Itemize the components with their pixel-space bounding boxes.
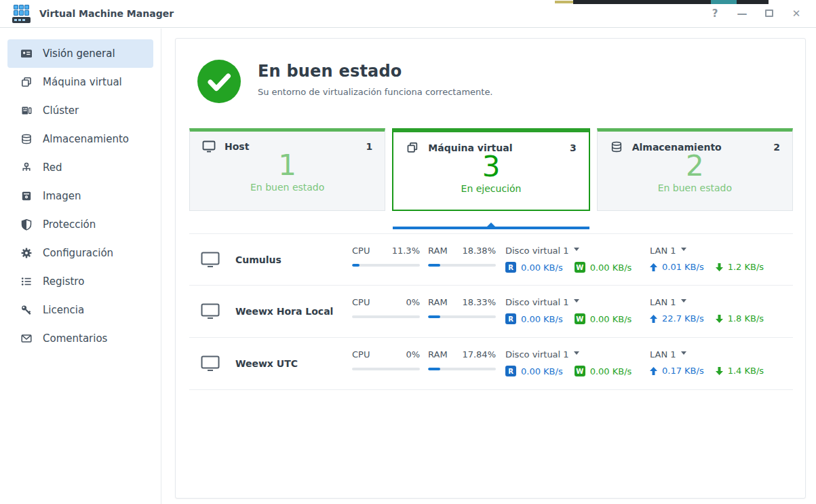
vm-row-cumulus[interactable]: Cumulus CPU11.3% RAM18.38% Disco virtual… xyxy=(189,233,793,286)
chevron-down-icon xyxy=(574,299,579,303)
envelope-icon xyxy=(20,332,33,345)
write-value: 0.00 KB/s xyxy=(590,366,632,376)
download-arrow-icon xyxy=(716,315,723,323)
cpu-value: 11.3% xyxy=(392,246,420,256)
shield-icon xyxy=(20,218,33,231)
ram-value: 18.38% xyxy=(462,246,496,256)
ram-progressbar xyxy=(428,315,496,318)
help-icon[interactable]: ? xyxy=(709,9,721,19)
status-subtitle: Su entorno de virtualización funciona co… xyxy=(258,87,493,97)
read-badge: R xyxy=(505,366,516,376)
vm-monitor-icon xyxy=(201,303,220,319)
lan-dropdown[interactable]: LAN 1 xyxy=(650,246,802,256)
cpu-progressbar xyxy=(352,264,420,267)
sidebar-item-cluster[interactable]: Clúster xyxy=(7,96,153,125)
sidebar-item-red[interactable]: Red xyxy=(7,153,153,182)
sidebar-item-almacenamiento[interactable]: Almacenamiento xyxy=(7,125,153,153)
card-almacenamiento[interactable]: Almacenamiento 2 2 En buen estado xyxy=(597,128,793,211)
read-badge: R xyxy=(505,262,516,273)
read-badge: R xyxy=(505,313,516,324)
sidebar-item-maquina-virtual[interactable]: Máquina virtual xyxy=(7,68,153,96)
sidebar-item-imagen[interactable]: Imagen xyxy=(7,182,153,210)
monitor-icon xyxy=(202,140,216,153)
ram-progressbar xyxy=(428,264,496,267)
minimize-icon[interactable]: — xyxy=(736,9,748,19)
overview-icon xyxy=(20,47,33,60)
maximize-icon[interactable] xyxy=(763,9,775,19)
card-status: En buen estado xyxy=(190,182,385,193)
sidebar-item-configuracion[interactable]: Configuración xyxy=(7,239,153,267)
disk-stat: Disco virtual 1 R 0.00 KB/s W 0.00 KB/s xyxy=(505,297,644,324)
card-title: Host xyxy=(225,141,249,152)
lan-stat: LAN 1 0.17 KB/s 1.4 KB/s xyxy=(650,349,802,376)
lan-stat: LAN 1 22.7 KB/s 1.8 KB/s xyxy=(650,297,802,324)
card-number: 3 xyxy=(393,151,588,182)
sidebar-item-proteccion[interactable]: Protección xyxy=(7,210,153,239)
write-badge: W xyxy=(575,313,585,324)
storage-icon xyxy=(20,133,33,145)
sidebar-item-licencia[interactable]: Licencia xyxy=(7,296,153,324)
vm-name: Weewx Hora Local xyxy=(235,306,333,317)
card-title: Almacenamiento xyxy=(632,142,722,153)
cpu-stat: CPU0% xyxy=(352,349,420,370)
sidebar-item-label: Comentarios xyxy=(43,332,107,345)
upload-arrow-icon xyxy=(650,263,657,271)
sidebar: Visión general Máquina virtual Clúster A… xyxy=(0,28,161,504)
summary-cards: Host 1 1 En buen estado Máquina virtual … xyxy=(189,128,793,211)
virtual-machine-icon xyxy=(406,141,419,154)
disk-dropdown[interactable]: Disco virtual 1 xyxy=(505,246,644,256)
cpu-stat: CPU0% xyxy=(352,297,420,318)
key-icon xyxy=(20,304,33,316)
write-value: 0.00 KB/s xyxy=(590,263,632,273)
sidebar-item-label: Licencia xyxy=(43,304,84,316)
ram-stat: RAM18.38% xyxy=(428,246,496,267)
disk-dropdown[interactable]: Disco virtual 1 xyxy=(505,297,644,307)
sidebar-item-vision-general[interactable]: Visión general xyxy=(7,39,153,68)
upload-value: 0.01 KB/s xyxy=(662,262,704,272)
vm-row-weewx-utc[interactable]: Weewx UTC CPU0% RAM17.84% Disco virtual … xyxy=(189,338,793,390)
ram-value: 17.84% xyxy=(462,349,496,360)
log-list-icon xyxy=(20,275,33,288)
vm-row-weewx-hora-local[interactable]: Weewx Hora Local CPU0% RAM18.33% Disco v… xyxy=(189,286,793,338)
card-maquina-virtual[interactable]: Máquina virtual 3 3 En ejecución xyxy=(392,128,589,211)
virtual-machine-icon xyxy=(20,76,33,88)
ram-label: RAM xyxy=(428,349,448,360)
disk-dropdown[interactable]: Disco virtual 1 xyxy=(505,349,644,360)
image-icon xyxy=(20,190,33,202)
read-value: 0.00 KB/s xyxy=(521,314,563,324)
write-badge: W xyxy=(575,366,585,376)
write-badge: W xyxy=(575,262,585,273)
ram-value: 18.33% xyxy=(462,297,496,307)
read-value: 0.00 KB/s xyxy=(521,263,563,273)
upload-value: 22.7 KB/s xyxy=(662,313,704,324)
write-value: 0.00 KB/s xyxy=(590,314,632,324)
download-value: 1.2 KB/s xyxy=(728,262,764,272)
disk-stat: Disco virtual 1 R 0.00 KB/s W 0.00 KB/s xyxy=(505,349,644,376)
chevron-down-icon xyxy=(681,351,686,355)
sidebar-item-label: Máquina virtual xyxy=(43,76,122,88)
vm-monitor-icon xyxy=(201,355,220,372)
chevron-down-icon xyxy=(681,299,686,303)
lan-dropdown[interactable]: LAN 1 xyxy=(650,297,802,307)
vm-table: Cumulus CPU11.3% RAM18.38% Disco virtual… xyxy=(189,233,793,390)
ram-progressbar xyxy=(428,368,496,370)
upload-value: 0.17 KB/s xyxy=(662,366,704,376)
status-title: En buen estado xyxy=(258,62,493,81)
close-icon[interactable]: ✕ xyxy=(790,9,802,19)
storage-icon xyxy=(610,140,623,153)
sidebar-item-comentarios[interactable]: Comentarios xyxy=(7,324,153,353)
cpu-value: 0% xyxy=(406,297,420,307)
card-status: En buen estado xyxy=(598,182,792,193)
gear-icon xyxy=(20,247,33,259)
disk-stat: Disco virtual 1 R 0.00 KB/s W 0.00 KB/s xyxy=(505,246,644,273)
window-title: Virtual Machine Manager xyxy=(39,8,174,19)
lan-dropdown[interactable]: LAN 1 xyxy=(650,349,802,360)
ram-stat: RAM18.33% xyxy=(428,297,496,318)
sidebar-item-label: Clúster xyxy=(43,104,79,117)
sidebar-item-label: Registro xyxy=(43,275,84,288)
sidebar-item-registro[interactable]: Registro xyxy=(7,267,153,296)
cpu-progressbar xyxy=(352,368,420,370)
card-host[interactable]: Host 1 1 En buen estado xyxy=(189,128,385,211)
chevron-down-icon xyxy=(574,351,579,355)
download-arrow-icon xyxy=(716,367,723,375)
